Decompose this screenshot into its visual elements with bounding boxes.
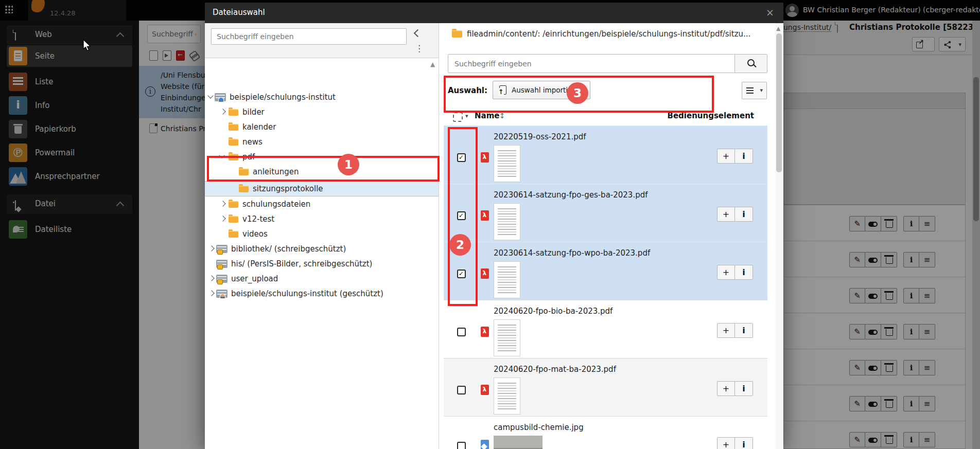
tree-item-v12-test[interactable]: v12-test [205, 212, 439, 226]
folder-icon [229, 216, 238, 223]
sort-icon[interactable]: ↕ [499, 112, 505, 120]
chevron-right-icon[interactable] [220, 109, 225, 114]
tree-item-label: v12-test [242, 214, 274, 224]
add-file-button[interactable]: + [717, 207, 735, 222]
tree-item-geschuetzt[interactable]: beispiele/schulungs-institut (geschützt) [205, 286, 439, 301]
tree-item-sitzungsprotokolle[interactable]: sitzungsprotokolle [205, 181, 439, 196]
file-thumbnail [494, 261, 520, 298]
folder-icon [229, 139, 238, 146]
annotation-step-2: 2 [449, 234, 471, 256]
folder-icon [229, 124, 238, 131]
chevron-right-icon[interactable] [208, 290, 214, 296]
tree-item-news[interactable]: news [205, 135, 439, 149]
file-info-button[interactable]: i [735, 149, 753, 164]
chevron-right-icon[interactable] [220, 215, 225, 221]
tree-item-schulungsdateien[interactable]: schulungsdateien [205, 197, 439, 211]
folder-icon [229, 109, 238, 116]
file-checkbox[interactable] [457, 328, 466, 336]
file-actions: + i [717, 207, 753, 222]
file-name[interactable]: 20240620-fpo-mat-ba-2023.pdf [494, 365, 616, 374]
select-all-checkbox[interactable] [453, 112, 463, 122]
chevron-right-icon[interactable] [208, 245, 214, 251]
annotation-box-1 [207, 156, 440, 182]
file-actions: + i [717, 265, 753, 280]
file-name[interactable]: 20230614-satzung-fpo-ges-ba-2023.pdf [494, 190, 648, 200]
scroll-up-icon[interactable]: ▲ [430, 61, 435, 68]
file-search-input[interactable] [448, 54, 735, 73]
kebab-menu-icon[interactable]: ⋮ [415, 45, 424, 52]
caret-down-icon[interactable]: ▾ [465, 113, 468, 119]
file-name[interactable]: campusbild-chemie.jpg [494, 423, 584, 432]
file-thumbnail [494, 203, 520, 240]
file-info-button[interactable]: i [735, 207, 753, 222]
tree-item-label: his/ (PersIS-Bilder, schreibgeschützt) [231, 259, 372, 268]
annotation-step-3: 3 [567, 82, 588, 104]
storage-user-icon [216, 290, 227, 298]
add-file-button[interactable]: + [717, 265, 735, 280]
file-info-button[interactable]: i [735, 437, 753, 449]
scrollbar-thumb[interactable] [776, 33, 782, 172]
file-thumbnail [494, 145, 520, 182]
tree-item-label: sitzungsprotokolle [253, 184, 323, 193]
search-icon [747, 59, 755, 66]
folder-icon [229, 201, 238, 208]
file-actions: + i [717, 381, 753, 396]
add-file-button[interactable]: + [717, 437, 735, 449]
file-row[interactable]: 20240620-fpo-mat-ba-2023.pdf + i [444, 358, 767, 417]
modal-title: Dateiauswahl [213, 8, 265, 17]
file-actions: + i [717, 323, 753, 338]
file-info-button[interactable]: i [735, 323, 753, 338]
search-submit-button[interactable] [734, 54, 767, 73]
tree-item-label: beispiele/schulungs-institut [230, 93, 336, 102]
pdf-file-icon [481, 210, 489, 221]
file-actions: + i [717, 149, 753, 164]
list-view-icon [746, 87, 754, 94]
tree-item-user-upload[interactable]: user_upload [205, 272, 439, 286]
folder-tree-pane: ⋮ ▲ ▼ beispiele/schulungs-institut bilde… [205, 23, 439, 449]
file-info-button[interactable]: i [735, 381, 753, 396]
close-icon[interactable]: × [766, 7, 774, 18]
tree-item-label: videos [242, 229, 268, 239]
file-row[interactable]: 20230614-satzung-fpo-ges-ba-2023.pdf + i [444, 184, 767, 242]
file-info-button[interactable]: i [735, 265, 753, 280]
file-name[interactable]: 20230614-satzung-fpo-wpo-ba-2023.pdf [494, 248, 650, 258]
file-actions: + i [717, 437, 753, 449]
tree-item-bibliothek[interactable]: bibliothek/ (schreibgeschützt) [205, 242, 439, 256]
tree-item-bilder[interactable]: bilder [205, 105, 439, 119]
tree-item-label: schulungsdateien [242, 200, 310, 209]
annotation-step-1: 1 [338, 154, 359, 175]
chevron-down-icon[interactable] [207, 93, 213, 98]
collapse-left-icon[interactable] [414, 29, 422, 38]
file-thumbnail [494, 378, 520, 415]
file-row[interactable]: campusbild-chemie.jpg + i [444, 416, 767, 449]
tree-item-his[interactable]: his/ (PersIS-Bilder, schreibgeschützt) [205, 257, 439, 271]
folder-icon [452, 30, 462, 38]
file-row[interactable]: 20220519-oss-2021.pdf + i [444, 125, 767, 184]
view-mode-button[interactable]: ▾ [742, 82, 767, 99]
typo3-backend-screen: 12.4.28 BW Christian Berger (Redakteur) … [0, 0, 980, 449]
pdf-file-icon [481, 385, 489, 395]
chevron-right-icon[interactable] [208, 275, 214, 281]
tree-item-videos[interactable]: videos [205, 227, 439, 241]
tree-item-label: beispiele/schulungs-institut (geschützt) [231, 289, 383, 298]
file-thumbnail [494, 436, 542, 449]
add-file-button[interactable]: + [717, 323, 735, 338]
add-file-button[interactable]: + [717, 381, 735, 396]
modal-scrollbar[interactable]: ▲ [775, 23, 783, 449]
chevron-right-icon[interactable] [220, 201, 225, 206]
storage-lock-icon [216, 245, 227, 253]
file-checkbox[interactable] [457, 442, 466, 449]
tree-item-kalender[interactable]: kalender [205, 120, 439, 134]
file-name[interactable]: 20220519-oss-2021.pdf [494, 132, 586, 141]
scroll-up-icon[interactable]: ▲ [776, 25, 780, 32]
file-name[interactable]: 20240620-fpo-bio-ba-2023.pdf [494, 307, 612, 316]
add-file-button[interactable]: + [717, 149, 735, 164]
annotation-box-2 [448, 127, 478, 306]
pdf-file-icon [481, 268, 489, 279]
file-row[interactable]: 20230614-satzung-fpo-wpo-ba-2023.pdf + i [444, 242, 767, 300]
tree-item-label: bilder [242, 107, 265, 117]
file-checkbox[interactable] [457, 386, 466, 394]
tree-search-input[interactable] [211, 28, 407, 45]
tree-item-root[interactable]: beispiele/schulungs-institut [205, 90, 439, 104]
file-row[interactable]: 20240620-fpo-bio-ba-2023.pdf + i [444, 300, 767, 358]
